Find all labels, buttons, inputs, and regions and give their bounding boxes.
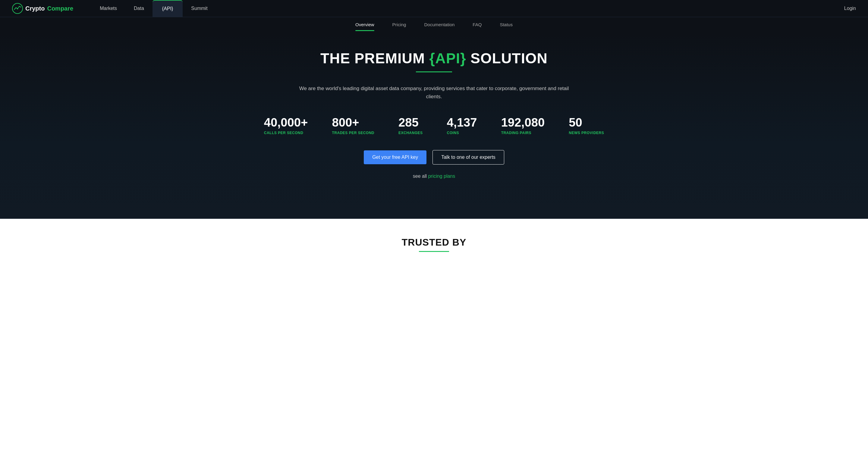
stat-news-providers: 50 NEWS PROVIDERS bbox=[569, 116, 604, 135]
nav-markets[interactable]: Markets bbox=[91, 0, 125, 17]
nav-data[interactable]: Data bbox=[125, 0, 153, 17]
stat-exchanges: 285 EXCHANGES bbox=[398, 116, 423, 135]
logo-compare-text: Compare bbox=[47, 5, 73, 12]
stat-label-trading-pairs: TRADING PAIRS bbox=[501, 131, 531, 135]
stats-row: 40,000+ CALLS PER SECOND 800+ TRADES PER… bbox=[264, 116, 604, 135]
see-all-text: see all bbox=[413, 173, 428, 179]
stat-trading-pairs: 192,080 TRADING PAIRS bbox=[501, 116, 545, 135]
stat-value-trades: 800+ bbox=[332, 116, 359, 129]
stat-value-exchanges: 285 bbox=[398, 116, 418, 129]
hero-section: THE PREMIUM {API} SOLUTION We are the wo… bbox=[0, 32, 868, 219]
cta-buttons: Get your free API key Talk to one of our… bbox=[364, 150, 504, 164]
trusted-by-title: TRUSTED BY bbox=[12, 237, 856, 248]
subnav-documentation[interactable]: Documentation bbox=[424, 19, 455, 31]
hero-title-api: {API} bbox=[429, 50, 466, 66]
subnav-pricing[interactable]: Pricing bbox=[393, 19, 406, 31]
hero-title-suffix: SOLUTION bbox=[466, 50, 548, 66]
stat-value-coins: 4,137 bbox=[447, 116, 477, 129]
trusted-by-section: TRUSTED BY bbox=[0, 219, 868, 270]
top-navigation: CryptoCompare Markets Data {API} Summit … bbox=[0, 0, 868, 17]
login-button[interactable]: Login bbox=[844, 6, 856, 11]
logo-icon bbox=[12, 3, 23, 14]
hero-title-prefix: THE PREMIUM bbox=[320, 50, 429, 66]
subnav-overview[interactable]: Overview bbox=[355, 19, 374, 31]
hero-title: THE PREMIUM {API} SOLUTION bbox=[320, 50, 548, 67]
main-nav-items: Markets Data {API} Summit bbox=[91, 0, 844, 17]
see-all-plans: see all pricing plans bbox=[413, 173, 456, 179]
logo[interactable]: CryptoCompare bbox=[12, 3, 73, 14]
subnav-status[interactable]: Status bbox=[500, 19, 513, 31]
stat-value-news: 50 bbox=[569, 116, 582, 129]
stat-label-trades: TRADES PER SECOND bbox=[332, 131, 374, 135]
svg-point-1 bbox=[17, 8, 18, 9]
stat-coins: 4,137 COINS bbox=[447, 116, 477, 135]
pricing-plans-link[interactable]: pricing plans bbox=[428, 173, 455, 179]
nav-summit[interactable]: Summit bbox=[183, 0, 216, 17]
stat-trades-per-second: 800+ TRADES PER SECOND bbox=[332, 116, 374, 135]
stat-label-exchanges: EXCHANGES bbox=[398, 131, 423, 135]
get-api-key-button[interactable]: Get your free API key bbox=[364, 150, 427, 164]
talk-to-experts-button[interactable]: Talk to one of our experts bbox=[433, 150, 504, 164]
logo-crypto-text: Crypto bbox=[25, 5, 44, 12]
hero-title-underline bbox=[416, 71, 452, 72]
stat-value-trading-pairs: 192,080 bbox=[501, 116, 545, 129]
hero-description: We are the world's leading digital asset… bbox=[299, 84, 569, 101]
subnav-faq[interactable]: FAQ bbox=[472, 19, 482, 31]
stat-label-calls: CALLS PER SECOND bbox=[264, 131, 304, 135]
stat-label-news: NEWS PROVIDERS bbox=[569, 131, 604, 135]
nav-api[interactable]: {API} bbox=[153, 0, 183, 17]
stat-value-calls: 40,000+ bbox=[264, 116, 308, 129]
trusted-by-underline bbox=[419, 251, 449, 252]
sub-navigation: Overview Pricing Documentation FAQ Statu… bbox=[0, 17, 868, 32]
stat-label-coins: COINS bbox=[447, 131, 459, 135]
stat-calls-per-second: 40,000+ CALLS PER SECOND bbox=[264, 116, 308, 135]
